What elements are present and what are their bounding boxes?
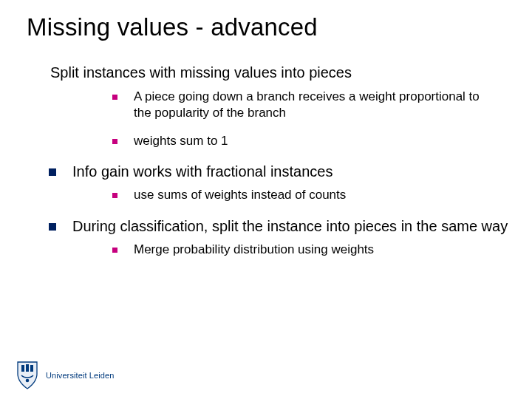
section-2: Info gain works with fractional instance… xyxy=(22,163,510,204)
level2-group: use sums of weights instead of counts xyxy=(112,187,510,203)
square-bullet-icon xyxy=(112,248,117,253)
level2-group: A piece going down a branch receives a w… xyxy=(112,89,510,149)
level2-item: A piece going down a branch receives a w… xyxy=(112,89,510,121)
university-wordmark: Universiteit Leiden xyxy=(46,371,114,380)
footer: Universiteit Leiden xyxy=(15,361,114,390)
svg-point-3 xyxy=(26,379,30,383)
square-bullet-icon xyxy=(49,223,56,231)
university-crest-icon xyxy=(15,361,40,390)
level1-item: Split instances with missing values into… xyxy=(49,64,510,83)
section-1: Split instances with missing values into… xyxy=(22,64,510,149)
level2-item: weights sum to 1 xyxy=(112,133,510,149)
svg-rect-2 xyxy=(30,365,33,372)
svg-rect-1 xyxy=(26,364,29,372)
level1-text: Info gain works with fractional instance… xyxy=(72,163,332,182)
level1-item: Info gain works with fractional instance… xyxy=(49,163,510,182)
level1-item: During classification, split the instanc… xyxy=(49,217,510,236)
level1-text: During classification, split the instanc… xyxy=(72,217,508,236)
square-bullet-icon xyxy=(112,139,117,144)
level1-text: Split instances with missing values into… xyxy=(50,64,352,83)
level2-text: Merge probability distribution using wei… xyxy=(134,242,374,258)
square-bullet-icon xyxy=(49,168,56,176)
level2-text: A piece going down a branch receives a w… xyxy=(134,89,488,121)
level2-text: weights sum to 1 xyxy=(134,133,228,149)
level2-text: use sums of weights instead of counts xyxy=(134,187,346,203)
level2-group: Merge probability distribution using wei… xyxy=(112,242,510,258)
square-bullet-icon xyxy=(112,95,117,100)
slide: Missing values - advanced Split instance… xyxy=(0,0,532,399)
level2-item: Merge probability distribution using wei… xyxy=(112,242,510,258)
page-title: Missing values - advanced xyxy=(27,13,510,41)
svg-rect-0 xyxy=(21,365,24,372)
level2-item: use sums of weights instead of counts xyxy=(112,187,510,203)
section-3: During classification, split the instanc… xyxy=(22,217,510,259)
square-bullet-icon xyxy=(112,193,117,198)
